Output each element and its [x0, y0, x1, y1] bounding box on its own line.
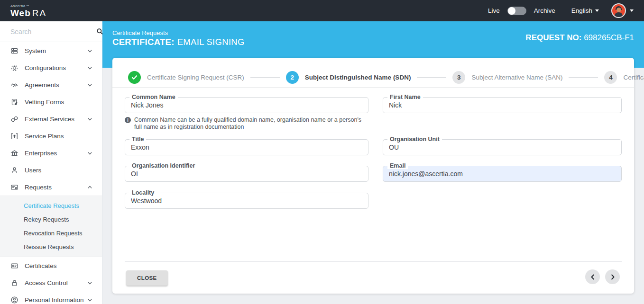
- sidebar-item-label: Access Control: [25, 279, 87, 286]
- step-connector: [250, 77, 280, 78]
- sidebar-item-service-plans[interactable]: Service Plans: [0, 127, 102, 144]
- first-name-field: First Name: [383, 97, 622, 113]
- sidebar-item-label: Agreements: [25, 81, 87, 89]
- company-name: Ascertia™: [10, 4, 102, 8]
- wizard-stepper: Certificate Signing Request (CSR) 2 Subj…: [112, 58, 634, 88]
- language-dropdown[interactable]: English: [571, 7, 599, 14]
- sidebar-item-configurations[interactable]: Configurations: [0, 59, 102, 76]
- language-label: English: [571, 7, 592, 14]
- sidebar-item-vetting-forms[interactable]: Vetting Forms: [0, 93, 102, 110]
- sdn-form: Common Name First Name i Common Name can…: [112, 88, 634, 209]
- sidebar-item-label: Configurations: [25, 64, 87, 72]
- chevron-left-icon: [589, 274, 596, 280]
- service-plan-icon: [10, 132, 18, 140]
- step-label: Certificate Validity: [623, 74, 644, 81]
- user-avatar[interactable]: [611, 3, 626, 18]
- sidebar-item-certificate-requests[interactable]: Certificate Requests: [0, 199, 102, 213]
- locality-field: Locality: [125, 193, 368, 209]
- sidebar-item-label: Certificates: [25, 262, 92, 269]
- sidebar-item-label: Personal Information: [25, 296, 87, 304]
- info-icon: i: [125, 117, 131, 123]
- email-field: Email: [383, 166, 622, 182]
- bank-icon: [10, 149, 18, 157]
- page-title: CERTIFICATE:EMAIL SIGNING: [112, 37, 245, 47]
- top-bar: Ascertia™ WebRA Live Archive English: [0, 0, 644, 21]
- certificate-icon: [10, 262, 18, 270]
- sidebar-item-enterprises[interactable]: Enterprises: [0, 144, 102, 161]
- chevron-right-icon: [609, 274, 616, 280]
- link-icon: [10, 115, 18, 123]
- chevron-up-icon: [87, 185, 92, 190]
- user-menu[interactable]: [611, 3, 634, 18]
- search-input[interactable]: [10, 28, 96, 36]
- app-logo[interactable]: Ascertia™ WebRA: [0, 4, 102, 18]
- common-name-hint: i Common Name can be a fully qualified d…: [125, 116, 362, 131]
- chevron-down-icon: [87, 82, 92, 88]
- sidebar-item-label: External Services: [25, 116, 87, 123]
- close-button[interactable]: CLOSE: [126, 270, 168, 286]
- sidebar-item-external-services[interactable]: External Services: [0, 110, 102, 127]
- sidebar-item-reissue-requests[interactable]: Reissue Requests: [0, 240, 102, 254]
- field-label: Organisation Identifier: [129, 162, 197, 169]
- step-done-circle: [128, 71, 141, 84]
- sidebar-item-access-control[interactable]: Access Control: [0, 274, 102, 291]
- step-csr[interactable]: Certificate Signing Request (CSR): [128, 71, 244, 84]
- chevron-down-icon: [87, 116, 92, 122]
- sidebar-item-label: Vetting Forms: [25, 98, 92, 106]
- sidebar: System Configurations Agreements Vetting…: [0, 21, 102, 304]
- field-label: Locality: [129, 189, 156, 196]
- live-archive-toggle[interactable]: [507, 7, 526, 15]
- sidebar-item-rekey-requests[interactable]: Rekey Requests: [0, 213, 102, 226]
- sidebar-item-agreements[interactable]: Agreements: [0, 76, 102, 93]
- sidebar-search: [0, 21, 102, 42]
- user-icon: [10, 166, 18, 174]
- step-circle: 3: [452, 71, 465, 84]
- sidebar-item-requests[interactable]: Requests: [0, 179, 102, 196]
- sidebar-item-label: Requests: [25, 184, 87, 191]
- main-area: Certificate Requests CERTIFICATE:EMAIL S…: [102, 21, 644, 304]
- chevron-down-icon: [595, 9, 599, 12]
- breadcrumb: Certificate Requests: [112, 29, 168, 36]
- chevron-down-icon: [87, 65, 92, 71]
- sidebar-item-label: Service Plans: [25, 133, 92, 140]
- common-name-field: Common Name: [125, 97, 368, 113]
- step-sdn[interactable]: 2 Subject Distinguished Name (SDN): [286, 71, 411, 84]
- locality-input[interactable]: [125, 193, 368, 208]
- live-label: Live: [488, 7, 500, 14]
- request-number: REQUEST NO: 698265CB-F1: [525, 33, 634, 43]
- previous-step-button[interactable]: [585, 269, 600, 284]
- step-connector: [569, 77, 598, 78]
- title-field: Title: [125, 139, 368, 155]
- sidebar-item-label: Users: [25, 167, 92, 174]
- title-input[interactable]: [125, 140, 368, 155]
- chevron-down-icon: [87, 151, 92, 156]
- lock-icon: [10, 279, 18, 287]
- step-active-circle: 2: [286, 71, 299, 84]
- step-connector: [417, 77, 446, 78]
- step-label: Subject Distinguished Name (SDN): [305, 74, 411, 81]
- step-validity[interactable]: 4 Certificate Validity: [604, 71, 644, 84]
- search-icon[interactable]: [96, 28, 103, 35]
- next-step-button[interactable]: [605, 269, 620, 284]
- requests-submenu: Certificate Requests Rekey Requests Revo…: [0, 196, 102, 257]
- field-label: Organisation Unit: [387, 136, 442, 143]
- chevron-down-icon: [87, 48, 92, 54]
- field-label: Common Name: [129, 94, 178, 100]
- step-san[interactable]: 3 Subject Alternative Name (SAN): [452, 71, 562, 84]
- wizard-card: Certificate Signing Request (CSR) 2 Subj…: [112, 58, 634, 294]
- email-input[interactable]: [383, 166, 621, 181]
- step-label: Subject Alternative Name (SAN): [471, 74, 562, 81]
- sidebar-item-system[interactable]: System: [0, 42, 102, 59]
- sidebar-item-label: Enterprises: [25, 150, 87, 157]
- sidebar-item-revocation-requests[interactable]: Revocation Requests: [0, 226, 102, 240]
- chevron-down-icon: [87, 297, 92, 303]
- sidebar-item-users[interactable]: Users: [0, 161, 102, 179]
- sidebar-item-personal-information[interactable]: Personal Information: [0, 291, 102, 304]
- gear-icon: [10, 64, 18, 72]
- sidebar-item-label: System: [25, 47, 87, 54]
- step-label: Certificate Signing Request (CSR): [147, 74, 244, 81]
- field-label: Title: [129, 136, 146, 143]
- sidebar-item-certificates[interactable]: Certificates: [0, 257, 102, 274]
- handshake-icon: [10, 81, 18, 89]
- check-icon: [131, 74, 138, 80]
